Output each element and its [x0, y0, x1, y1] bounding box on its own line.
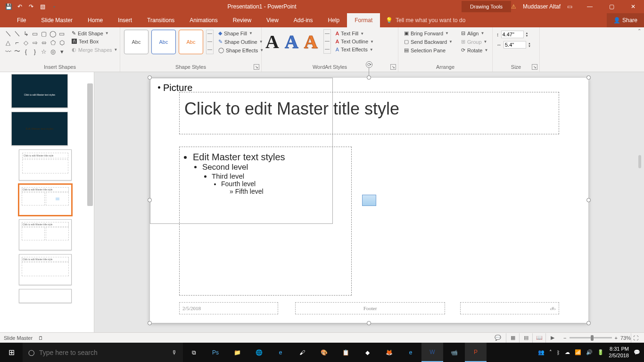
- shape-arrow2-icon[interactable]: ⬄: [40, 38, 48, 47]
- taskbar-search[interactable]: ◯ 🎙: [23, 343, 183, 362]
- taskbar-clock[interactable]: 8:31 PM 2/5/2018: [609, 346, 629, 358]
- bullet-level-4[interactable]: Fourth level: [221, 180, 347, 188]
- shape-pent-icon[interactable]: ⬠: [49, 38, 57, 47]
- shape-diamond-icon[interactable]: ◇: [22, 38, 30, 47]
- tab-insert[interactable]: Insert: [110, 13, 140, 27]
- shape-arrow-icon[interactable]: ⇨: [31, 38, 39, 47]
- resize-handle-tm[interactable]: [367, 75, 371, 80]
- text-box-button[interactable]: 🅰Text Box: [70, 38, 119, 45]
- text-fill-button[interactable]: AText Fill▼: [334, 30, 376, 37]
- slideshow-view-icon[interactable]: ▶: [545, 333, 559, 343]
- shape-effects-button[interactable]: ◯Shape Effects▼: [216, 46, 265, 54]
- wordart-preset-1[interactable]: A: [265, 31, 279, 53]
- tray-chevron-up-icon[interactable]: ˄: [549, 349, 552, 355]
- ribbon-display-options-icon[interactable]: ▭: [567, 3, 572, 10]
- tab-file[interactable]: File: [9, 13, 33, 27]
- search-input[interactable]: [39, 349, 167, 356]
- size-dialog-launcher[interactable]: ↘: [532, 64, 537, 70]
- save-icon[interactable]: 💾: [5, 3, 12, 10]
- slide-thumbnail-pane[interactable]: Click to edit Master text styles Edit Ma…: [0, 72, 94, 332]
- layout-thumbnail-4[interactable]: Click to edit Master title style: [19, 184, 93, 215]
- wordart-dialog-launcher[interactable]: ↘: [390, 64, 396, 70]
- master-thumbnail-1[interactable]: Click to edit Master text styles: [19, 74, 93, 108]
- people-icon[interactable]: 👥: [538, 349, 545, 355]
- title-text[interactable]: Click to edit Master title style: [184, 99, 554, 119]
- shape-curve2-icon[interactable]: 〜: [13, 47, 21, 56]
- shape-oval-icon[interactable]: ◯: [49, 29, 57, 38]
- shapes-more-icon[interactable]: ▾: [58, 47, 66, 56]
- width-spinner[interactable]: ▲▼: [528, 42, 531, 48]
- battery-icon[interactable]: 🔋: [597, 349, 604, 355]
- height-spinner[interactable]: ▲▼: [526, 32, 528, 37]
- layout-thumbnail-6[interactable]: Click to edit Master title style: [19, 254, 93, 285]
- wordart-preset-2[interactable]: A: [285, 31, 298, 53]
- wordart-preset-3[interactable]: A: [304, 31, 318, 53]
- tab-add-ins[interactable]: Add-ins: [286, 13, 321, 27]
- fit-to-window-icon[interactable]: ⛶: [631, 333, 640, 343]
- shape-callout-icon[interactable]: ◎: [49, 47, 57, 56]
- width-input[interactable]: [504, 41, 526, 49]
- shape-connector-icon[interactable]: ↳: [22, 29, 30, 38]
- shape-style-gallery[interactable]: Abc Abc Abc: [124, 30, 214, 54]
- slide-editor-area[interactable]: Click to edit Master title style Edit Ma…: [94, 72, 644, 332]
- tab-format[interactable]: Format: [347, 13, 380, 27]
- microphone-icon[interactable]: 🎙: [172, 349, 177, 356]
- tab-home[interactable]: Home: [80, 13, 110, 27]
- shapes-gallery[interactable]: ＼ ＼ ↳ ▭ ▢ ◯ ▭ △ ⌐ ◇ ⇨ ⬄ ⬠ ⬡ 〰 〜 { } ☆ ◎: [4, 29, 66, 56]
- zoom-percentage[interactable]: 73%: [620, 335, 631, 341]
- resize-handle-bm[interactable]: [367, 321, 371, 325]
- zoom-icon[interactable]: 📹: [443, 343, 465, 362]
- zoom-slider[interactable]: [570, 337, 612, 338]
- height-input[interactable]: [501, 31, 524, 38]
- shape-outline-button[interactable]: ✎Shape Outline▼: [216, 38, 265, 46]
- wordart-gallery-more[interactable]: [323, 29, 331, 54]
- slide-sorter-icon[interactable]: ▤: [519, 333, 532, 343]
- tab-animations[interactable]: Animations: [182, 13, 225, 27]
- shape-fill-button[interactable]: ◆Shape Fill▼: [216, 29, 265, 37]
- chrome-icon[interactable]: 🌐: [248, 343, 270, 362]
- resize-handle-mr[interactable]: [586, 198, 591, 202]
- cortana-icon[interactable]: ◯: [28, 349, 34, 356]
- redo-icon[interactable]: ↷: [27, 3, 35, 10]
- app2-icon[interactable]: 🎨: [313, 343, 335, 362]
- edge-icon[interactable]: e: [400, 343, 421, 362]
- footer-placeholder[interactable]: Footer: [295, 302, 445, 314]
- layout-thumbnail-5[interactable]: Click to edit Master title style: [19, 219, 93, 250]
- reading-view-icon[interactable]: 📖: [532, 333, 545, 343]
- close-button[interactable]: ✕: [622, 0, 644, 13]
- resize-handle-br[interactable]: [586, 321, 591, 325]
- insert-picture-icon[interactable]: [362, 195, 376, 206]
- picture-bullet-text[interactable]: • Picture: [157, 82, 192, 93]
- slide-canvas[interactable]: Click to edit Master title style Edit Ma…: [150, 78, 588, 323]
- resize-handle-tl[interactable]: [148, 75, 152, 80]
- notes-toggle-icon[interactable]: 🗒: [38, 335, 47, 341]
- layout-thumbnail-3[interactable]: Click to edit Master title style: [19, 149, 93, 181]
- content-placeholder[interactable]: Edit Master text styles Second level Thi…: [179, 147, 352, 296]
- powerpoint-icon[interactable]: P: [465, 343, 487, 362]
- shape-rect-icon[interactable]: ▭: [31, 29, 39, 38]
- tab-help[interactable]: Help: [321, 13, 347, 27]
- shape-roundrect-icon[interactable]: ▢: [40, 29, 48, 38]
- photoshop-icon[interactable]: Ps: [205, 343, 226, 362]
- shape-hex-icon[interactable]: ⬡: [58, 38, 66, 47]
- wifi-icon[interactable]: 📶: [575, 349, 581, 355]
- style-preset-1[interactable]: Abc: [124, 30, 149, 54]
- word-icon[interactable]: W: [421, 343, 443, 362]
- style-preset-2[interactable]: Abc: [151, 30, 176, 54]
- app1-icon[interactable]: 🖌: [291, 343, 313, 362]
- minimize-button[interactable]: —: [579, 0, 601, 13]
- tab-review[interactable]: Review: [225, 13, 259, 27]
- tab-view[interactable]: View: [259, 13, 286, 27]
- qat-more-icon[interactable]: [50, 3, 58, 10]
- share-button[interactable]: 👤 Share: [607, 13, 644, 27]
- shape-brace-icon[interactable]: {: [22, 47, 30, 56]
- tab-transitions[interactable]: Transitions: [140, 13, 182, 27]
- master-thumbnail-2[interactable]: Edit Master text styles: [19, 112, 93, 146]
- text-outline-button[interactable]: AText Outline▼: [334, 38, 376, 45]
- shape-brace2-icon[interactable]: }: [31, 47, 39, 56]
- style-gallery-more[interactable]: [206, 30, 214, 54]
- rotate-handle[interactable]: [366, 61, 372, 68]
- shape-curve-icon[interactable]: 〰: [4, 47, 12, 56]
- text-effects-button[interactable]: AText Effects▼: [334, 46, 376, 53]
- bullet-level-3[interactable]: Third level: [212, 172, 347, 180]
